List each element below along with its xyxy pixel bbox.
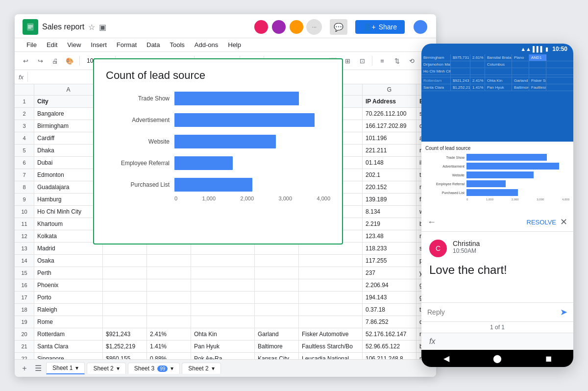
mini-bar-track-er xyxy=(466,180,569,187)
nav-recent-button[interactable]: ◼ xyxy=(545,354,552,363)
wrap-button[interactable]: ⟲ xyxy=(405,54,418,68)
mini-bar-track-ts xyxy=(466,154,569,161)
mini-bar-label-er: Employee Referral xyxy=(425,182,465,186)
cell-1-g[interactable]: IP Address xyxy=(363,96,416,107)
mini-row: Birmingham $975,731 2.61% Bansilal Brata… xyxy=(421,54,573,61)
mini-row: Rotterdam $921,243 2.41% Ohta Kin Garlan… xyxy=(421,77,573,84)
menu-edit[interactable]: Edit xyxy=(43,39,61,50)
sheet-3-label: Sheet 3 xyxy=(134,365,154,372)
sheet-tab-1[interactable]: Sheet 1 ▾ xyxy=(46,362,85,374)
mini-sheet-content: Birmingham $975,731 2.61% Bansilal Brata… xyxy=(421,54,573,133)
x-label-4000: 4,000 xyxy=(317,196,330,201)
sheet-tab-3[interactable]: Sheet 3 99 ▾ xyxy=(128,363,180,374)
mini-bar-fill-er xyxy=(466,180,506,187)
chart-overlay: Count of lead source Trade Show Advertis… xyxy=(93,58,343,244)
bar-employee-referral xyxy=(174,156,233,170)
comment-meta: Christina 10:50AM xyxy=(453,240,565,254)
mini-bar-fill-web xyxy=(466,171,534,178)
menu-format[interactable]: Format xyxy=(113,39,141,50)
add-sheet-button[interactable]: + xyxy=(19,363,30,374)
col-header-g[interactable]: G xyxy=(363,84,416,95)
resolve-button[interactable]: RESOLVE xyxy=(527,219,556,226)
menu-file[interactable]: File xyxy=(23,39,41,50)
phone-time: 10:50 xyxy=(552,46,567,52)
sheet-tab-down-icon-2: ▾ xyxy=(117,365,120,372)
table-row: 21Santa Clara$1,252,2191.41%Pan HyukBalt… xyxy=(15,341,436,353)
mini-bar-fill-ad xyxy=(466,163,559,170)
mini-row: Santa Clara $1,252,214 1.41% Pan Hyuk Ba… xyxy=(421,84,573,91)
mini-bar-track-pl xyxy=(466,189,569,196)
close-button[interactable]: ✕ xyxy=(560,217,567,227)
wifi-icon: ▲▲ xyxy=(520,46,531,52)
bar-label-purchased-list: Purchased List xyxy=(106,181,170,188)
mini-bar-fill-ts xyxy=(466,154,547,161)
valign-button[interactable]: ⇅ xyxy=(390,54,404,68)
print-button[interactable]: 🖨 xyxy=(48,54,62,68)
row-num-1: 1 xyxy=(15,96,34,107)
mini-bar-row: Employee Referral xyxy=(425,180,569,187)
bar-advertisement xyxy=(174,113,315,127)
sheet-menu-button[interactable]: ☰ xyxy=(32,363,44,374)
bar-row-advertisement: Advertisement xyxy=(106,113,330,127)
star-icon[interactable]: ☆ xyxy=(88,23,95,32)
table-row: 15Perth237ylchang xyxy=(15,267,436,279)
col-header-a[interactable]: A xyxy=(34,84,103,95)
fx-label: fx xyxy=(429,337,435,346)
mini-bar-label-ad: Advertisement xyxy=(425,165,465,168)
folder-icon[interactable]: ▣ xyxy=(99,23,106,32)
merge-button[interactable]: ⊡ xyxy=(355,54,369,68)
cell-1-a[interactable]: City xyxy=(34,96,103,107)
send-button[interactable]: ➤ xyxy=(560,307,567,318)
x-label-0: 0 xyxy=(174,196,177,201)
menu-view[interactable]: View xyxy=(63,39,85,50)
bar-label-trade-show: Trade Show xyxy=(106,95,170,102)
table-row: 19Rome7.86.252dbindel xyxy=(15,316,436,328)
undo-button[interactable]: ↩ xyxy=(19,54,32,68)
mini-bar-row: Purchased List xyxy=(425,189,569,196)
sheet-tab-2[interactable]: Sheet 2 ▾ xyxy=(87,363,125,374)
table-row: 20Rotterdam$921,2432.41%Ohta KinGarlandF… xyxy=(15,328,436,341)
menu-help[interactable]: Help xyxy=(224,39,245,50)
x-label-2000: 2,000 xyxy=(241,196,254,201)
comment-area: C Christina 10:50AM Love the chart! xyxy=(421,232,573,302)
phone-chart-title: Count of lead source xyxy=(425,146,569,151)
bar-container-trade-show xyxy=(174,92,330,105)
avatar-overflow: ··· xyxy=(306,19,322,35)
menu-insert[interactable]: Insert xyxy=(87,39,111,50)
phone-mini-chart: Count of lead source Trade Show Advertis… xyxy=(421,142,573,213)
sheet-tab-down-icon-4: ▾ xyxy=(212,365,215,372)
paint-format-button[interactable]: 🎨 xyxy=(63,54,76,68)
bar-label-advertisement: Advertisement xyxy=(106,117,170,123)
back-arrow-button[interactable]: ← xyxy=(427,217,436,227)
my-avatar xyxy=(413,19,428,35)
menu-addons[interactable]: Add-ons xyxy=(191,39,222,50)
mini-bar-label-web: Website xyxy=(425,173,465,177)
sheet-tab-4[interactable]: Sheet 2 ▾ xyxy=(182,363,220,374)
menu-data[interactable]: Data xyxy=(143,39,164,50)
phone-nav-bar: ◀ ⬤ ◼ xyxy=(421,350,573,367)
table-row: 16Phoenix2.206.94gastown xyxy=(15,279,436,292)
bar-website xyxy=(174,135,276,148)
menu-tools[interactable]: Tools xyxy=(166,39,188,50)
table-row: 14Osaka117.255policies xyxy=(15,255,436,267)
mini-bar-row: Advertisement xyxy=(425,163,569,170)
table-row: 17Porto194.143geekgrl xyxy=(15,292,436,304)
redo-button[interactable]: ↪ xyxy=(33,54,47,68)
chat-icon[interactable]: 💬 xyxy=(330,19,347,35)
align-button[interactable]: ≡ xyxy=(375,54,389,68)
x-label-3000: 3,000 xyxy=(279,196,293,201)
bar-trade-show xyxy=(174,92,299,105)
collaborator-avatars: ··· xyxy=(253,19,322,35)
sheet-tab-down-icon: ▾ xyxy=(75,365,78,371)
title-bar: Sales report ☆ ▣ ··· 💬 👤+ Share xyxy=(15,14,436,38)
nav-back-button[interactable]: ◀ xyxy=(443,354,449,363)
svg-rect-2 xyxy=(28,26,33,27)
share-button[interactable]: 👤+ Share xyxy=(355,20,405,34)
svg-rect-1 xyxy=(28,25,33,26)
mini-bar-label-pl: Purchased List xyxy=(425,191,465,195)
nav-home-button[interactable]: ⬤ xyxy=(493,354,502,363)
mini-row: Ho Chi Minh City xyxy=(421,68,573,75)
chart-area: Trade Show Advertisement Website xyxy=(106,92,330,192)
bar-row-trade-show: Trade Show xyxy=(106,92,330,105)
reply-input[interactable] xyxy=(427,308,556,316)
